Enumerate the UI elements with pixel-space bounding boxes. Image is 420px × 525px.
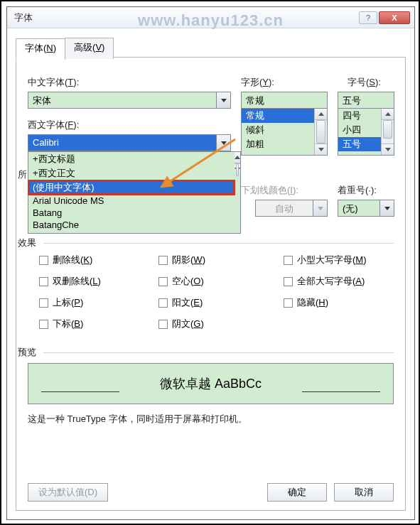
checkbox-label: 删除线(K) [53, 254, 92, 266]
font-dialog: www.hanyu123.cn 字体 ? X 字体(N) 高级(V) 中文字体(… [6, 6, 415, 520]
en-font-combo[interactable]: Calibri [28, 134, 231, 151]
all-fonts-label-fragment: 所 [18, 168, 27, 181]
checkbox-label: 全部大写字母(A) [297, 275, 365, 288]
effect-checkbox[interactable]: 下标(B) [39, 318, 158, 330]
checkbox-label: 下标(B) [53, 318, 83, 330]
tab-font[interactable]: 字体(N) [16, 38, 65, 60]
checkbox-label: 阴文(G) [172, 318, 204, 330]
emphasis-combo[interactable]: (无) [338, 200, 394, 217]
scroll-down-icon[interactable] [315, 144, 327, 155]
list-item[interactable]: 倾斜 [242, 123, 314, 137]
scrollbar[interactable] [381, 109, 394, 155]
cn-font-combo[interactable]: 宋体 [28, 92, 231, 109]
checkbox-icon [158, 298, 168, 308]
checkbox-icon [39, 277, 48, 286]
effect-checkbox[interactable]: 空心(O) [158, 275, 284, 288]
list-item[interactable]: 常规 [242, 109, 314, 123]
size-label: 字号(S): [348, 76, 381, 89]
cancel-button[interactable]: 取消 [334, 483, 394, 502]
list-item-use-chinese-font[interactable]: (使用中文字体) [28, 180, 235, 195]
scroll-up-icon[interactable] [382, 109, 394, 120]
en-font-dropdown[interactable]: +西文标题 +西文正文 (使用中文字体) Arial Unicode MS Ba… [28, 151, 241, 234]
preview-box: 微软卓越 AaBbCc [28, 363, 394, 404]
cn-font-label: 中文字体(T): [28, 76, 241, 89]
checkbox-icon [158, 256, 168, 265]
style-value: 常规 [242, 92, 327, 108]
list-item[interactable]: +西文标题 [28, 152, 235, 166]
effect-checkbox[interactable]: 全部大写字母(A) [284, 275, 411, 288]
dropdown-icon[interactable] [216, 135, 230, 151]
scrollbar[interactable] [235, 152, 240, 233]
style-list[interactable]: 常规 倾斜 加粗 [241, 109, 328, 156]
checkbox-label: 阳文(E) [172, 296, 203, 309]
help-button[interactable]: ? [359, 11, 377, 24]
underline-color-value: 自动 [256, 200, 313, 216]
en-font-label: 西文字体(F): [28, 119, 79, 131]
effect-checkbox[interactable]: 上标(P) [39, 296, 158, 309]
effect-checkbox[interactable]: 阳文(E) [158, 296, 284, 309]
set-default-button[interactable]: 设为默认值(D) [28, 483, 108, 502]
effect-checkbox[interactable]: 阴影(W) [158, 254, 284, 266]
effect-checkbox[interactable]: 小型大写字母(M) [284, 254, 411, 266]
checkbox-label: 阴影(W) [172, 254, 205, 266]
list-item[interactable]: 四号 [338, 109, 381, 123]
checkbox-icon [158, 320, 168, 329]
ok-button[interactable]: 确定 [267, 483, 327, 502]
list-item[interactable]: 小四 [338, 123, 381, 137]
style-label: 字形(Y): [241, 76, 332, 89]
preview-text: 微软卓越 AaBbCc [160, 375, 262, 392]
titlebar[interactable]: 字体 ? X [7, 7, 414, 28]
scrollbar[interactable] [314, 109, 327, 155]
divider [43, 352, 394, 353]
tab-advanced[interactable]: 高级(V) [65, 38, 114, 59]
dropdown-icon [313, 200, 327, 216]
effect-checkbox[interactable]: 隐藏(H) [284, 296, 411, 309]
dropdown-icon[interactable] [379, 200, 394, 216]
list-item[interactable]: Arial Unicode MS [28, 195, 235, 207]
list-item[interactable]: BatangChe [28, 219, 235, 231]
scroll-up-icon[interactable] [315, 109, 327, 120]
underline-color-combo: 自动 [255, 200, 328, 217]
list-item[interactable]: +西文正文 [28, 166, 235, 180]
list-item[interactable]: 五号 [338, 137, 381, 151]
checkbox-icon [39, 298, 48, 308]
checkbox-icon [39, 320, 48, 329]
dropdown-icon[interactable] [216, 92, 230, 108]
divider [43, 243, 394, 244]
size-combo[interactable]: 五号 [338, 92, 394, 109]
checkbox-icon [158, 277, 168, 286]
checkbox-label: 小型大写字母(M) [297, 254, 367, 266]
style-combo[interactable]: 常规 [241, 92, 328, 109]
effect-checkbox[interactable]: 双删除线(L) [39, 275, 158, 288]
checkbox-icon [39, 256, 48, 265]
list-item[interactable]: Batang [28, 207, 235, 219]
list-item[interactable]: 加粗 [242, 137, 314, 151]
scroll-down-icon[interactable] [382, 144, 394, 155]
preview-group-label: 预览 [18, 346, 41, 359]
size-value: 五号 [338, 92, 394, 108]
tab-page: 中文字体(T): 字形(Y): 字号(S): [16, 57, 406, 511]
effect-checkbox[interactable]: 删除线(K) [39, 254, 158, 266]
checkbox-icon [284, 256, 293, 265]
checkbox-label: 上标(P) [53, 296, 83, 309]
close-button[interactable]: X [379, 11, 410, 24]
underline-color-label: 下划线颜色(I): [241, 184, 298, 197]
checkbox-icon [284, 277, 293, 286]
font-hint: 这是一种 TrueType 字体，同时适用于屏幕和打印机。 [28, 413, 247, 426]
checkbox-label: 空心(O) [172, 275, 204, 288]
window-title: 字体 [14, 11, 357, 24]
emphasis-label: 着重号(·): [338, 184, 377, 197]
effect-checkbox[interactable]: 阴文(G) [158, 318, 284, 330]
checkbox-label: 双删除线(L) [53, 275, 101, 288]
checkbox-label: 隐藏(H) [297, 296, 328, 309]
emphasis-value: (无) [338, 200, 379, 216]
size-list[interactable]: 四号 小四 五号 [338, 109, 394, 156]
checkbox-icon [284, 298, 293, 308]
cn-font-value: 宋体 [28, 92, 216, 108]
scroll-up-icon[interactable] [235, 152, 240, 163]
en-font-value: Calibri [28, 135, 216, 151]
effects-group-label: 效果 [18, 237, 41, 249]
